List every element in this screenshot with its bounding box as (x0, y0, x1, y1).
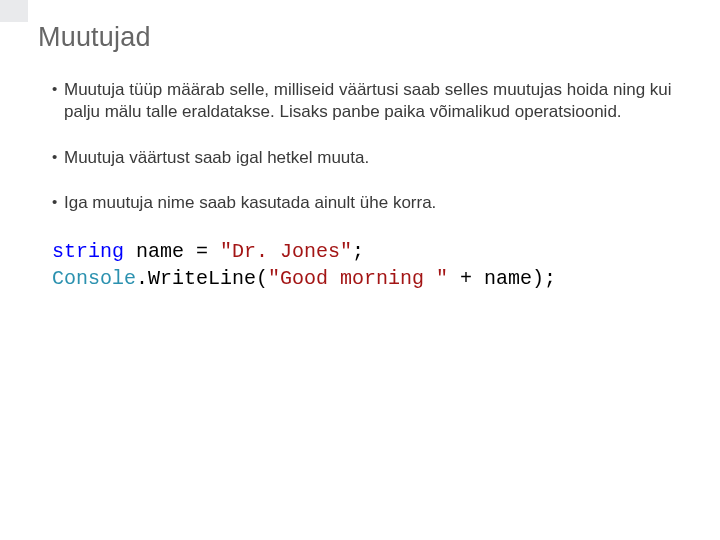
bullet-list: Muutuja tüüp määrab selle, milliseid vää… (38, 79, 682, 214)
code-keyword: string (52, 240, 124, 263)
bullet-item: Muutuja väärtust saab igal hetkel muuta. (52, 147, 682, 169)
bullet-item: Iga muutuja nime saab kasutada ainult üh… (52, 192, 682, 214)
code-string: "Good morning " (268, 267, 448, 290)
code-text: name = (124, 240, 220, 263)
code-string: "Dr. Jones" (220, 240, 352, 263)
code-punct: ; (352, 240, 364, 263)
slide-title: Muutujad (38, 22, 682, 53)
code-text: .WriteLine( (136, 267, 268, 290)
accent-bar (0, 0, 28, 22)
slide-content: Muutujad Muutuja tüüp määrab selle, mill… (0, 0, 720, 292)
bullet-item: Muutuja tüüp määrab selle, milliseid vää… (52, 79, 682, 123)
code-example: string name = "Dr. Jones"; Console.Write… (38, 238, 682, 292)
code-class: Console (52, 267, 136, 290)
code-text: + name); (448, 267, 556, 290)
